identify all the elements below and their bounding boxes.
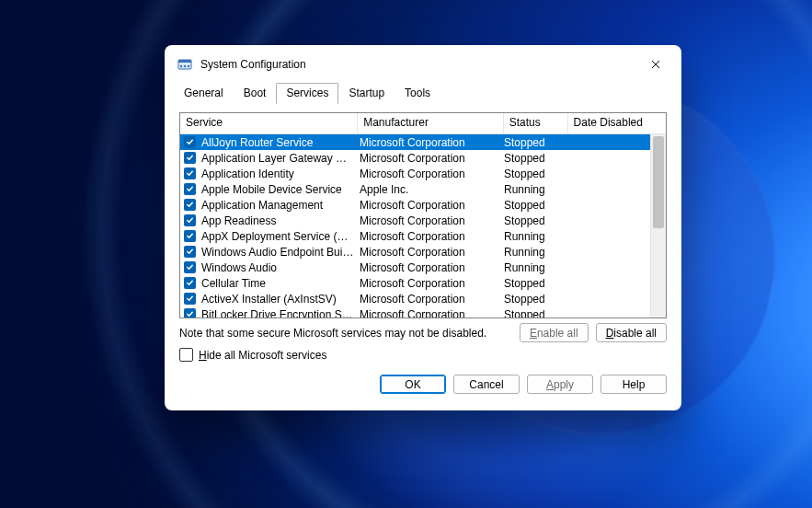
cell-service: Application Identity <box>200 167 354 180</box>
tab-tools[interactable]: Tools <box>395 83 440 104</box>
row-checkbox[interactable] <box>184 293 196 305</box>
cell-service: Apple Mobile Device Service <box>200 183 354 196</box>
table-row[interactable]: App ReadinessMicrosoft CorporationStoppe… <box>180 213 666 228</box>
tab-boot[interactable]: Boot <box>234 83 277 104</box>
scrollbar-vertical[interactable] <box>650 134 666 318</box>
cell-status: Stopped <box>498 199 558 212</box>
tab-startup[interactable]: Startup <box>338 83 395 104</box>
cell-status: Running <box>498 246 558 259</box>
apply-button[interactable]: Apply <box>527 375 593 394</box>
row-checkbox[interactable] <box>184 261 196 273</box>
cell-service: Application Layer Gateway Service <box>200 152 354 165</box>
table-row[interactable]: Application Layer Gateway ServiceMicroso… <box>180 150 666 166</box>
help-button[interactable]: Help <box>600 375 667 394</box>
cell-service: Windows Audio Endpoint Builder <box>200 246 354 259</box>
window-title: System Configuration <box>200 58 306 71</box>
row-checkbox[interactable] <box>184 183 196 195</box>
ok-button[interactable]: OK <box>380 375 446 394</box>
row-checkbox[interactable] <box>184 214 196 226</box>
row-checkbox[interactable] <box>184 277 196 289</box>
svg-point-4 <box>188 65 189 67</box>
table-row[interactable]: Cellular TimeMicrosoft CorporationStoppe… <box>180 275 666 291</box>
hide-microsoft-label[interactable]: Hide all Microsoft services <box>199 349 326 362</box>
secure-services-note: Note that some secure Microsoft services… <box>179 327 486 340</box>
dialog-button-row: OK Cancel Apply Help <box>179 375 667 394</box>
cell-service: AppX Deployment Service (AppX... <box>200 230 354 243</box>
table-row[interactable]: Windows Audio Endpoint BuilderMicrosoft … <box>180 244 666 260</box>
cell-status: Stopped <box>498 152 558 165</box>
cell-service: AllJoyn Router Service <box>200 136 354 149</box>
cell-manufacturer: Microsoft Corporation <box>354 277 498 290</box>
table-row[interactable]: AppX Deployment Service (AppX...Microsof… <box>180 228 666 244</box>
row-checkbox[interactable] <box>184 152 196 164</box>
cell-manufacturer: Apple Inc. <box>354 183 498 196</box>
cell-status: Stopped <box>498 293 558 306</box>
cell-manufacturer: Microsoft Corporation <box>354 261 498 274</box>
cell-service: Windows Audio <box>200 261 354 274</box>
cell-manufacturer: Microsoft Corporation <box>354 308 498 318</box>
cell-service: Cellular Time <box>200 277 354 290</box>
row-checkbox[interactable] <box>184 136 196 148</box>
table-body[interactable]: AllJoyn Router ServiceMicrosoft Corporat… <box>180 134 666 318</box>
table-row[interactable]: Application IdentityMicrosoft Corporatio… <box>180 166 666 181</box>
tab-services[interactable]: Services <box>276 83 338 104</box>
tab-row: GeneralBootServicesStartupTools <box>165 84 681 104</box>
row-checkbox[interactable] <box>184 230 196 242</box>
col-service[interactable]: Service <box>180 113 358 133</box>
close-button[interactable] <box>635 50 676 79</box>
cell-status: Stopped <box>498 136 558 149</box>
cell-manufacturer: Microsoft Corporation <box>354 167 498 180</box>
services-table: Service Manufacturer Status Date Disable… <box>179 112 667 318</box>
cell-manufacturer: Microsoft Corporation <box>354 293 498 306</box>
row-checkbox[interactable] <box>184 308 196 318</box>
cell-manufacturer: Microsoft Corporation <box>354 230 498 243</box>
disable-all-button[interactable]: Disable all <box>596 323 667 342</box>
cancel-button[interactable]: Cancel <box>453 375 520 394</box>
cell-manufacturer: Microsoft Corporation <box>354 246 498 259</box>
row-checkbox[interactable] <box>184 246 196 258</box>
cell-manufacturer: Microsoft Corporation <box>354 199 498 212</box>
hide-microsoft-checkbox[interactable] <box>179 348 193 362</box>
col-date-disabled[interactable]: Date Disabled <box>568 113 666 133</box>
cell-status: Running <box>498 230 558 243</box>
cell-status: Stopped <box>498 214 558 227</box>
cell-status: Stopped <box>498 167 558 180</box>
cell-status: Running <box>498 261 558 274</box>
cell-status: Stopped <box>498 308 558 318</box>
svg-point-2 <box>180 65 182 67</box>
table-header: Service Manufacturer Status Date Disable… <box>180 113 666 134</box>
row-checkbox[interactable] <box>184 199 196 211</box>
cell-service: BitLocker Drive Encryption Service <box>200 308 354 318</box>
cell-manufacturer: Microsoft Corporation <box>354 136 498 149</box>
cell-manufacturer: Microsoft Corporation <box>354 214 498 227</box>
cell-status: Running <box>498 183 558 196</box>
svg-point-3 <box>184 65 186 67</box>
svg-rect-1 <box>178 60 191 63</box>
cell-status: Stopped <box>498 277 558 290</box>
msconfig-icon <box>177 57 192 72</box>
cell-service: ActiveX Installer (AxInstSV) <box>200 293 354 306</box>
tab-general[interactable]: General <box>174 83 234 104</box>
table-row[interactable]: ActiveX Installer (AxInstSV)Microsoft Co… <box>180 291 666 306</box>
row-checkbox[interactable] <box>184 167 196 179</box>
cell-manufacturer: Microsoft Corporation <box>354 152 498 165</box>
table-row[interactable]: Application ManagementMicrosoft Corporat… <box>180 197 666 213</box>
table-row[interactable]: Apple Mobile Device ServiceApple Inc.Run… <box>180 181 666 197</box>
table-row[interactable]: Windows AudioMicrosoft CorporationRunnin… <box>180 260 666 275</box>
col-manufacturer[interactable]: Manufacturer <box>358 113 504 133</box>
cell-service: App Readiness <box>200 214 354 227</box>
col-status[interactable]: Status <box>504 113 568 133</box>
table-row[interactable]: AllJoyn Router ServiceMicrosoft Corporat… <box>180 134 666 150</box>
table-row[interactable]: BitLocker Drive Encryption ServiceMicros… <box>180 306 666 318</box>
scrollbar-thumb[interactable] <box>653 136 664 228</box>
enable-all-button[interactable]: Enable all <box>520 323 589 342</box>
system-configuration-window: System Configuration GeneralBootServices… <box>165 45 681 410</box>
titlebar[interactable]: System Configuration <box>165 45 681 84</box>
cell-service: Application Management <box>200 199 354 212</box>
close-icon <box>651 60 660 69</box>
